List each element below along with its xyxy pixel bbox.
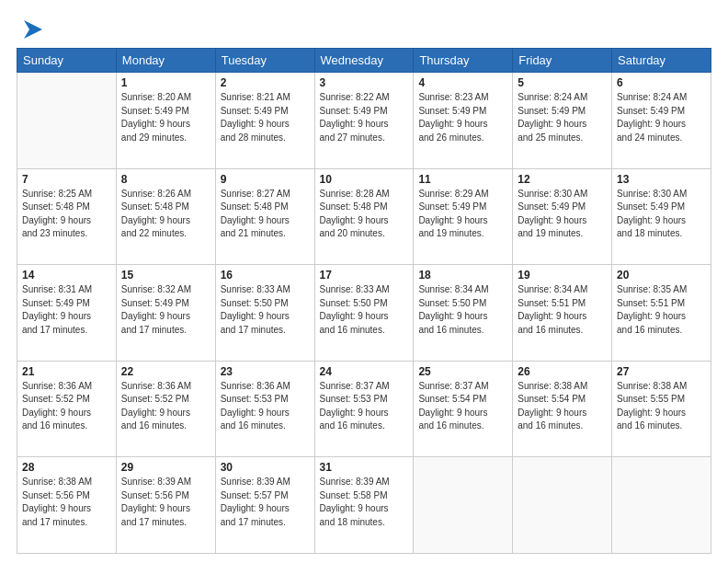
day-number: 17 [320,269,409,282]
day-number: 22 [121,365,210,378]
week-row-5: 28Sunrise: 8:38 AM Sunset: 5:56 PM Dayli… [17,457,711,554]
calendar-cell: 20Sunrise: 8:35 AM Sunset: 5:51 PM Dayli… [612,265,711,362]
day-info: Sunrise: 8:24 AM Sunset: 5:49 PM Dayligh… [518,91,607,144]
day-info: Sunrise: 8:27 AM Sunset: 5:48 PM Dayligh… [221,188,310,241]
day-number: 29 [121,461,210,474]
day-number: 3 [320,76,409,89]
day-info: Sunrise: 8:24 AM Sunset: 5:49 PM Dayligh… [617,91,706,144]
calendar-cell: 27Sunrise: 8:38 AM Sunset: 5:55 PM Dayli… [612,361,711,457]
day-number: 25 [418,365,507,378]
calendar-cell: 25Sunrise: 8:37 AM Sunset: 5:54 PM Dayli… [414,361,513,457]
calendar-cell: 28Sunrise: 8:38 AM Sunset: 5:56 PM Dayli… [17,457,117,554]
day-number: 27 [617,365,706,378]
calendar-cell: 31Sunrise: 8:39 AM Sunset: 5:58 PM Dayli… [314,457,414,554]
day-info: Sunrise: 8:33 AM Sunset: 5:50 PM Dayligh… [221,283,310,337]
calendar-cell: 3Sunrise: 8:22 AM Sunset: 5:49 PM Daylig… [314,73,414,169]
calendar-cell: 19Sunrise: 8:34 AM Sunset: 5:51 PM Dayli… [513,265,612,362]
calendar-cell: 13Sunrise: 8:30 AM Sunset: 5:49 PM Dayli… [612,168,711,265]
day-number: 30 [221,461,310,474]
day-number: 20 [617,269,706,282]
day-info: Sunrise: 8:29 AM Sunset: 5:49 PM Dayligh… [418,188,507,241]
day-number: 16 [221,269,310,282]
day-info: Sunrise: 8:38 AM Sunset: 5:56 PM Dayligh… [22,476,111,529]
day-info: Sunrise: 8:38 AM Sunset: 5:54 PM Dayligh… [518,380,607,433]
week-row-1: 1Sunrise: 8:20 AM Sunset: 5:49 PM Daylig… [17,73,711,169]
day-number: 10 [320,173,409,186]
weekday-header-friday: Friday [513,49,612,73]
day-info: Sunrise: 8:34 AM Sunset: 5:50 PM Dayligh… [418,283,507,337]
calendar-cell: 30Sunrise: 8:39 AM Sunset: 5:57 PM Dayli… [215,457,314,554]
day-info: Sunrise: 8:36 AM Sunset: 5:53 PM Dayligh… [221,380,310,433]
calendar-cell: 18Sunrise: 8:34 AM Sunset: 5:50 PM Dayli… [414,265,513,362]
day-info: Sunrise: 8:25 AM Sunset: 5:48 PM Dayligh… [22,188,111,241]
day-number: 13 [617,173,706,186]
calendar-cell: 23Sunrise: 8:36 AM Sunset: 5:53 PM Dayli… [215,361,314,457]
day-number: 19 [518,269,607,282]
day-info: Sunrise: 8:37 AM Sunset: 5:54 PM Dayligh… [418,380,507,433]
calendar-cell: 5Sunrise: 8:24 AM Sunset: 5:49 PM Daylig… [513,73,612,169]
day-number: 18 [418,269,507,282]
day-number: 12 [518,173,607,186]
day-info: Sunrise: 8:21 AM Sunset: 5:49 PM Dayligh… [221,91,310,144]
logo [17,17,46,39]
day-info: Sunrise: 8:38 AM Sunset: 5:55 PM Dayligh… [617,380,706,433]
weekday-header-thursday: Thursday [414,49,513,73]
day-info: Sunrise: 8:31 AM Sunset: 5:49 PM Dayligh… [22,283,111,337]
weekday-header-monday: Monday [116,49,215,73]
day-info: Sunrise: 8:30 AM Sunset: 5:49 PM Dayligh… [518,188,607,241]
day-number: 26 [518,365,607,378]
day-number: 5 [518,76,607,89]
calendar-cell: 9Sunrise: 8:27 AM Sunset: 5:48 PM Daylig… [215,168,314,265]
day-info: Sunrise: 8:34 AM Sunset: 5:51 PM Dayligh… [518,283,607,337]
day-info: Sunrise: 8:33 AM Sunset: 5:50 PM Dayligh… [320,283,409,337]
day-number: 21 [22,365,111,378]
day-number: 28 [22,461,111,474]
weekday-header-sunday: Sunday [17,49,117,73]
header [17,17,711,39]
page: SundayMondayTuesdayWednesdayThursdayFrid… [0,0,728,563]
calendar-cell: 10Sunrise: 8:28 AM Sunset: 5:48 PM Dayli… [314,168,414,265]
calendar-cell: 7Sunrise: 8:25 AM Sunset: 5:48 PM Daylig… [17,168,117,265]
week-row-2: 7Sunrise: 8:25 AM Sunset: 5:48 PM Daylig… [17,168,711,265]
calendar-cell: 8Sunrise: 8:26 AM Sunset: 5:48 PM Daylig… [116,168,215,265]
weekday-header-saturday: Saturday [612,49,711,73]
calendar-cell: 22Sunrise: 8:36 AM Sunset: 5:52 PM Dayli… [116,361,215,457]
calendar-cell: 26Sunrise: 8:38 AM Sunset: 5:54 PM Dayli… [513,361,612,457]
day-number: 11 [418,173,507,186]
calendar-cell: 12Sunrise: 8:30 AM Sunset: 5:49 PM Dayli… [513,168,612,265]
day-info: Sunrise: 8:39 AM Sunset: 5:58 PM Dayligh… [320,476,409,529]
calendar-cell: 2Sunrise: 8:21 AM Sunset: 5:49 PM Daylig… [215,73,314,169]
day-number: 1 [121,76,210,89]
calendar-cell [612,457,711,554]
day-number: 15 [121,269,210,282]
calendar-cell: 21Sunrise: 8:36 AM Sunset: 5:52 PM Dayli… [17,361,117,457]
day-number: 2 [221,76,310,89]
calendar-cell [414,457,513,554]
day-info: Sunrise: 8:39 AM Sunset: 5:56 PM Dayligh… [121,476,210,529]
day-number: 14 [22,269,111,282]
day-number: 23 [221,365,310,378]
day-info: Sunrise: 8:36 AM Sunset: 5:52 PM Dayligh… [22,380,111,433]
day-info: Sunrise: 8:39 AM Sunset: 5:57 PM Dayligh… [221,476,310,529]
weekday-header-wednesday: Wednesday [314,49,414,73]
calendar-cell: 29Sunrise: 8:39 AM Sunset: 5:56 PM Dayli… [116,457,215,554]
calendar-cell [17,73,117,169]
calendar-cell: 6Sunrise: 8:24 AM Sunset: 5:49 PM Daylig… [612,73,711,169]
day-info: Sunrise: 8:28 AM Sunset: 5:48 PM Dayligh… [320,188,409,241]
day-info: Sunrise: 8:20 AM Sunset: 5:49 PM Dayligh… [121,91,210,144]
calendar-cell [513,457,612,554]
logo-icon [20,17,46,42]
day-info: Sunrise: 8:36 AM Sunset: 5:52 PM Dayligh… [121,380,210,433]
weekday-header-row: SundayMondayTuesdayWednesdayThursdayFrid… [17,49,711,73]
day-info: Sunrise: 8:23 AM Sunset: 5:49 PM Dayligh… [418,91,507,144]
day-number: 31 [320,461,409,474]
calendar-cell: 4Sunrise: 8:23 AM Sunset: 5:49 PM Daylig… [414,73,513,169]
day-number: 8 [121,173,210,186]
day-info: Sunrise: 8:32 AM Sunset: 5:49 PM Dayligh… [121,283,210,337]
day-info: Sunrise: 8:26 AM Sunset: 5:48 PM Dayligh… [121,188,210,241]
calendar-cell: 14Sunrise: 8:31 AM Sunset: 5:49 PM Dayli… [17,265,117,362]
day-info: Sunrise: 8:30 AM Sunset: 5:49 PM Dayligh… [617,188,706,241]
calendar-cell: 1Sunrise: 8:20 AM Sunset: 5:49 PM Daylig… [116,73,215,169]
calendar-cell: 11Sunrise: 8:29 AM Sunset: 5:49 PM Dayli… [414,168,513,265]
week-row-4: 21Sunrise: 8:36 AM Sunset: 5:52 PM Dayli… [17,361,711,457]
